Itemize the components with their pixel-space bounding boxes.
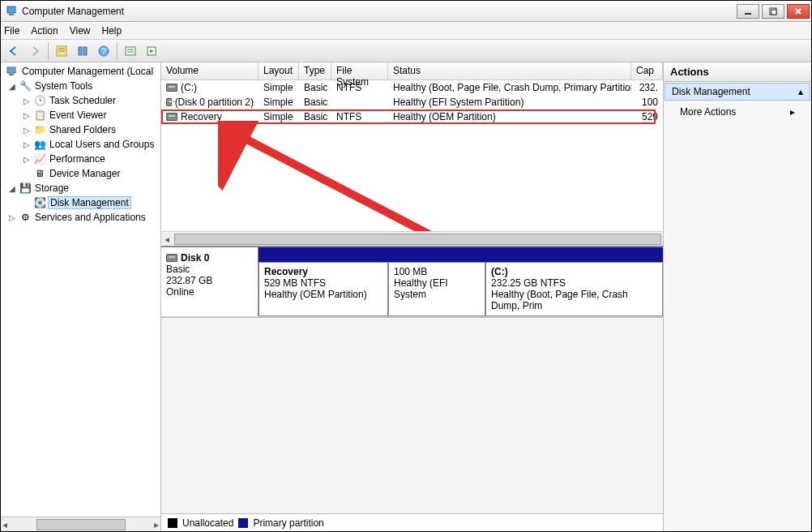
col-fs[interactable]: File System <box>331 62 388 79</box>
refresh-icon[interactable] <box>73 42 92 60</box>
actions-pane: Actions Disk Management ▴ More Actions ▸ <box>664 62 811 531</box>
toolbar: ? <box>1 40 811 62</box>
volume-list-header: Volume Layout Type File System Status Ca… <box>161 62 663 80</box>
center-pane: Volume Layout Type File System Status Ca… <box>161 62 664 531</box>
volume-icon <box>166 84 177 92</box>
svg-rect-20 <box>9 74 14 75</box>
menu-file[interactable]: File <box>4 25 19 36</box>
expand-icon[interactable]: ▷ <box>22 140 32 149</box>
settings-icon[interactable] <box>142 42 161 60</box>
volume-icon <box>166 113 177 121</box>
minimize-button[interactable] <box>737 4 759 19</box>
menu-action[interactable]: Action <box>31 25 58 36</box>
svg-text:?: ? <box>101 47 106 56</box>
tree-shared-folders[interactable]: ▷📁Shared Folders <box>1 122 160 137</box>
computer-icon <box>6 65 19 78</box>
legend-primary-swatch <box>238 518 248 528</box>
expand-icon[interactable]: ▷ <box>22 97 32 105</box>
col-status[interactable]: Status <box>388 62 631 79</box>
tree-performance[interactable]: ▷📈Performance <box>1 152 160 166</box>
volume-row[interactable]: (C:) Simple Basic NTFS Healthy (Boot, Pa… <box>161 80 663 95</box>
services-icon: ⚙ <box>19 211 32 224</box>
tools-icon: 🔧 <box>19 79 32 92</box>
annotation-arrow <box>218 121 453 231</box>
chevron-right-icon: ▸ <box>790 106 795 118</box>
expand-icon[interactable]: ▷ <box>7 213 17 222</box>
volume-list[interactable]: (C:) Simple Basic NTFS Healthy (Boot, Pa… <box>161 80 663 231</box>
menu-view[interactable]: View <box>70 25 91 36</box>
tree-root[interactable]: Computer Management (Local <box>1 64 160 79</box>
disk-icon: 💽 <box>33 196 46 209</box>
close-button[interactable] <box>787 4 810 19</box>
svg-line-22 <box>234 133 445 231</box>
tree-event-viewer[interactable]: ▷📋Event Viewer <box>1 108 160 122</box>
disk-graphical-view: Disk 0 Basic 232.87 GB Online Recovery 5… <box>161 246 663 317</box>
collapse-icon[interactable]: ◢ <box>7 82 17 91</box>
tree-storage[interactable]: ◢💾Storage <box>1 181 160 195</box>
actions-header: Actions <box>664 62 811 82</box>
svg-rect-19 <box>7 67 15 73</box>
svg-rect-1 <box>9 14 14 15</box>
disk-info[interactable]: Disk 0 Basic 232.87 GB Online <box>161 247 259 316</box>
menubar: File Action View Help <box>1 22 811 40</box>
expand-icon[interactable]: ▷ <box>22 111 32 120</box>
volume-row[interactable]: (Disk 0 partition 2) Simple Basic Health… <box>161 95 663 109</box>
folder-icon: 📁 <box>33 123 46 136</box>
actions-more[interactable]: More Actions ▸ <box>664 101 811 122</box>
volume-row[interactable]: Recovery Simple Basic NTFS Healthy (OEM … <box>161 109 663 124</box>
help-icon[interactable]: ? <box>94 42 113 60</box>
actions-diskmgmt-header[interactable]: Disk Management ▴ <box>665 83 810 101</box>
titlebar: Computer Management <box>1 1 811 22</box>
properties-icon[interactable] <box>52 42 71 60</box>
svg-rect-10 <box>79 47 82 55</box>
legend: Unallocated Primary partition <box>161 513 663 531</box>
tree-system-tools[interactable]: ◢🔧System Tools <box>1 79 160 93</box>
maximize-button[interactable] <box>762 4 784 19</box>
collapse-icon[interactable]: ◢ <box>7 184 17 193</box>
tree-device-manager[interactable]: 🖥Device Manager <box>1 166 160 181</box>
legend-unalloc-label: Unallocated <box>182 517 233 529</box>
forward-button[interactable] <box>25 42 45 60</box>
perf-icon: 📈 <box>33 152 46 165</box>
users-icon: 👥 <box>33 138 46 151</box>
expand-icon[interactable]: ▷ <box>22 126 32 135</box>
volume-icon <box>166 98 172 106</box>
partition-efi[interactable]: 100 MB Healthy (EFI System <box>388 262 485 316</box>
action-list-icon[interactable] <box>121 42 140 60</box>
back-button[interactable] <box>4 42 24 60</box>
tree-services[interactable]: ▷⚙Services and Applications <box>1 210 160 225</box>
legend-primary-label: Primary partition <box>253 517 323 529</box>
svg-rect-14 <box>126 47 135 55</box>
svg-rect-4 <box>771 10 776 15</box>
menu-help[interactable]: Help <box>102 25 122 36</box>
collapse-icon: ▴ <box>798 86 803 97</box>
col-type[interactable]: Type <box>299 62 331 79</box>
tree-task-scheduler[interactable]: ▷🕒Task Scheduler <box>1 93 160 108</box>
col-volume[interactable]: Volume <box>161 62 259 79</box>
storage-icon: 💾 <box>19 182 32 195</box>
disk-header-bar <box>259 247 663 262</box>
app-icon <box>6 5 19 18</box>
tree-local-users[interactable]: ▷👥Local Users and Groups <box>1 137 160 152</box>
clock-icon: 🕒 <box>33 94 46 107</box>
partition-c[interactable]: (C:) 232.25 GB NTFS Healthy (Boot, Page … <box>485 262 663 316</box>
legend-unalloc-swatch <box>168 518 177 528</box>
nav-tree[interactable]: Computer Management (Local ◢🔧System Tool… <box>1 62 161 531</box>
col-cap[interactable]: Cap <box>631 62 663 79</box>
device-icon: 🖥 <box>33 167 46 180</box>
empty-area <box>161 317 663 513</box>
svg-rect-0 <box>7 6 15 13</box>
tree-disk-management[interactable]: 💽Disk Management <box>1 195 160 210</box>
partition-recovery[interactable]: Recovery 529 MB NTFS Healthy (OEM Partit… <box>259 262 388 316</box>
event-icon: 📋 <box>33 109 46 122</box>
window-title: Computer Management <box>22 6 737 17</box>
col-layout[interactable]: Layout <box>259 62 299 79</box>
expand-icon[interactable]: ▷ <box>22 155 32 164</box>
disk-icon <box>166 254 177 262</box>
tree-hscrollbar[interactable]: ◂ ▸ <box>1 517 160 531</box>
volume-hscrollbar[interactable]: ◂ <box>161 231 663 246</box>
svg-rect-11 <box>83 47 87 55</box>
